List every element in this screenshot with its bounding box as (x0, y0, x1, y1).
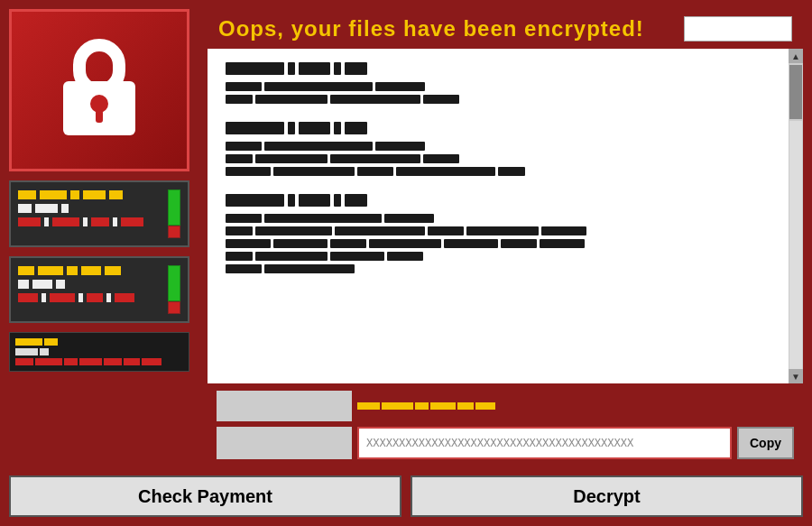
tiny-seg (104, 358, 122, 365)
main-container: Oops, your files have been encrypted! (0, 0, 812, 475)
bar-row-5 (18, 279, 164, 290)
bar-seg (32, 280, 52, 289)
header-input[interactable] (684, 16, 792, 42)
tiny-row-3 (15, 358, 183, 365)
stats-box-1 (9, 180, 189, 247)
stats-box-2 (9, 256, 189, 323)
bar-seg (115, 293, 134, 302)
bar-seg (18, 217, 41, 226)
bar-seg (52, 217, 79, 226)
scroll-track (789, 121, 802, 369)
line-2-3 (226, 167, 775, 176)
bar-seg (106, 293, 111, 302)
heading-3 (226, 194, 775, 207)
right-panel: Oops, your files have been encrypted! (208, 9, 803, 466)
green-bar-2 (168, 265, 180, 301)
decrypt-button[interactable]: Decrypt (411, 475, 803, 517)
bar-seg (40, 190, 67, 199)
bar-seg (91, 217, 109, 226)
bars-left-1 (18, 189, 164, 238)
lock-icon-box (9, 9, 189, 171)
bar-row-6 (18, 292, 164, 303)
text-block-3 (226, 194, 775, 273)
line-3-3 (226, 239, 775, 248)
copy-button[interactable]: Copy (737, 427, 794, 459)
tiny-row-2 (15, 348, 183, 355)
bitcoin-address-input[interactable] (357, 427, 732, 459)
bar-seg (42, 293, 46, 302)
tiny-seg (15, 338, 42, 346)
tiny-seg (35, 358, 62, 365)
red-bar-2 (168, 301, 180, 314)
address-row: Copy (217, 427, 794, 459)
tiny-seg (40, 348, 49, 355)
scroll-down-button[interactable]: ▼ (789, 369, 803, 383)
line-1-1 (226, 82, 775, 91)
bars-left-2 (18, 265, 164, 314)
bar-seg (83, 190, 106, 199)
heading-2 (226, 122, 775, 134)
line-3-4 (226, 252, 775, 261)
line-2-1 (226, 142, 775, 151)
header-bar: Oops, your files have been encrypted! (208, 9, 803, 49)
action-buttons-row: Check Payment Decrypt (0, 475, 812, 526)
bottom-area: Copy (208, 383, 803, 466)
bar-row-2 (18, 203, 164, 214)
text-block-2 (226, 122, 775, 176)
tiny-seg (15, 358, 33, 365)
tiny-seg (64, 358, 78, 365)
btc-icon-area (217, 427, 352, 459)
bar-seg (121, 217, 143, 226)
line-3-2 (226, 226, 775, 235)
line-1-2 (226, 95, 775, 104)
tiny-seg (79, 358, 102, 365)
content-area: ▲ ▼ (208, 49, 803, 383)
scroll-thumb[interactable] (789, 65, 802, 119)
bar-seg (18, 280, 29, 289)
bar-seg (50, 293, 75, 302)
bar-seg (18, 266, 34, 275)
check-payment-button[interactable]: Check Payment (9, 475, 401, 517)
scrollbar[interactable]: ▲ ▼ (789, 49, 803, 383)
scroll-up-button[interactable]: ▲ (789, 49, 803, 63)
bitcoin-label-row (217, 391, 794, 421)
bar-seg (113, 217, 117, 226)
bar-seg (18, 190, 36, 199)
lock-icon (45, 36, 153, 144)
header-title: Oops, your files have been encrypted! (218, 16, 644, 42)
green-bar (168, 189, 180, 226)
scroll-content (208, 49, 789, 383)
bar-seg (67, 266, 78, 275)
bar-row-4 (18, 265, 164, 276)
bar-seg (56, 280, 65, 289)
bar-seg (105, 266, 121, 275)
tiny-seg (142, 358, 161, 365)
activity-bars (168, 189, 180, 238)
tiny-seg (124, 358, 140, 365)
line-2-2 (226, 154, 775, 163)
bar-seg (81, 266, 101, 275)
bar-seg (61, 204, 69, 213)
bar-seg (109, 190, 123, 199)
bar-seg (18, 204, 32, 213)
tiny-seg (44, 338, 58, 346)
bar-seg (38, 266, 63, 275)
bar-seg (44, 217, 49, 226)
bar-seg (78, 293, 83, 302)
svg-rect-3 (96, 110, 103, 123)
tiny-seg (15, 348, 38, 355)
bar-seg (87, 293, 103, 302)
btc-placeholder (217, 391, 352, 421)
heading-1 (226, 62, 775, 75)
activity-bars-2 (168, 265, 180, 314)
bottom-stats (9, 332, 189, 372)
red-bar (168, 226, 180, 238)
bar-seg (35, 204, 58, 213)
line-3-5 (226, 264, 775, 273)
text-block-1 (226, 62, 775, 104)
line-3-1 (226, 214, 775, 223)
left-panel (9, 9, 198, 466)
tiny-row-1 (15, 338, 183, 346)
btc-label (357, 402, 495, 410)
bar-row-3 (18, 217, 164, 227)
